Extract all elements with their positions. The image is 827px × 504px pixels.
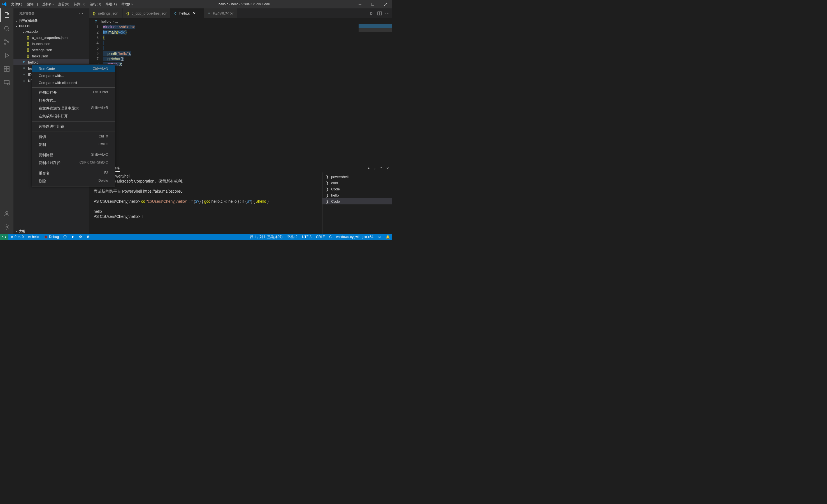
svg-point-3 (4, 40, 6, 41)
status-run[interactable] (61, 234, 69, 240)
context-menu-item[interactable]: Compare with clipboard (32, 79, 115, 86)
terminal-icon: ❯ (326, 199, 329, 204)
panel-close-icon[interactable]: ✕ (386, 166, 389, 170)
context-menu-item[interactable]: 复制相对路径Ctrl+K Ctrl+Shift+C (32, 159, 115, 167)
menu-edit[interactable]: 编辑(E) (25, 0, 40, 8)
editor-more-icon[interactable]: ··· (385, 11, 390, 15)
status-compiler[interactable]: windows-cygwin-gcc-x64 (334, 234, 376, 240)
status-cursor[interactable]: 行 1，列 1 (已选择97) (248, 234, 285, 240)
status-bell[interactable]: 🔔 (384, 234, 392, 240)
split-editor-icon[interactable] (377, 11, 382, 16)
terminal-item-code-2[interactable]: ❯Code (323, 198, 392, 204)
breadcrumb[interactable]: C hello.c › ... (89, 18, 392, 24)
file-tasks[interactable]: {}tasks.json (13, 53, 89, 59)
context-menu-item[interactable]: 剪切Ctrl+X (32, 133, 115, 141)
svg-rect-7 (4, 69, 6, 71)
panel: 调试控制台 终端 + ⌄ ⌃ ✕ Windows PowerShell 版权所有… (89, 164, 392, 234)
status-debug[interactable]: 🐞Debug (42, 234, 61, 240)
svg-rect-8 (7, 69, 9, 71)
tab-cpp-props[interactable]: {}c_cpp_properties.json (123, 8, 170, 18)
file-settings[interactable]: {}settings.json (13, 47, 89, 53)
status-lang[interactable]: C (327, 234, 334, 240)
minimize-button[interactable] (353, 0, 367, 8)
terminal-item-code-1[interactable]: ❯Code (323, 186, 392, 192)
menu-go[interactable]: 转到(G) (71, 0, 87, 8)
section-outline[interactable]: ›大纲 (13, 229, 89, 234)
svg-point-15 (63, 236, 66, 238)
terminal-item-cmd[interactable]: ❯cmd (323, 180, 392, 186)
close-button[interactable] (379, 0, 392, 8)
context-menu-item[interactable]: 删除Delete (32, 177, 115, 185)
terminal-item-hello[interactable]: ❯hello (323, 192, 392, 198)
panel-maximize-icon[interactable]: ⌃ (380, 166, 382, 170)
radio-tower-icon: ⊚ (28, 235, 31, 239)
svg-point-12 (6, 211, 8, 214)
context-menu-item[interactable]: Compare with... (32, 72, 115, 79)
code-editor[interactable]: 12345678 #include <stdio.h> int main(voi… (89, 24, 392, 164)
svg-point-11 (7, 83, 9, 85)
menu-terminal[interactable]: 终端(T) (103, 0, 119, 8)
tab-keynum[interactable]: ≡KEYNUM.txt (204, 8, 238, 18)
status-trash[interactable]: 🗑 (84, 234, 92, 240)
context-menu-item[interactable]: 复制路径Shift+Alt+C (32, 151, 115, 159)
menu-view[interactable]: 查看(V) (56, 0, 71, 8)
context-menu-separator (32, 132, 115, 132)
maximize-button[interactable] (367, 0, 379, 8)
status-eol[interactable]: CRLF (314, 234, 327, 240)
status-problems[interactable]: ⊗0⚠0 (8, 234, 26, 240)
context-menu-item[interactable]: 在集成终端中打开 (32, 112, 115, 120)
menu-selection[interactable]: 选择(S) (40, 0, 56, 8)
status-build-target[interactable]: ⊚hello (26, 234, 41, 240)
activity-scm[interactable] (0, 35, 13, 49)
activity-search[interactable] (0, 22, 13, 35)
run-icon[interactable] (370, 11, 374, 16)
menu-run[interactable]: 运行(R) (88, 0, 104, 8)
activity-settings[interactable] (0, 220, 13, 234)
close-tab-icon[interactable]: ✕ (192, 11, 197, 16)
terminal-icon: ❯ (326, 193, 329, 197)
section-project[interactable]: ⌄HELLO (13, 23, 89, 28)
context-menu-item[interactable]: 重命名F2 (32, 169, 115, 177)
status-remote[interactable] (0, 234, 8, 240)
status-feedback[interactable]: ☺ (376, 234, 384, 240)
status-play[interactable] (69, 234, 77, 240)
activity-remote[interactable] (0, 75, 13, 89)
status-encoding[interactable]: UTF-8 (300, 234, 314, 240)
context-menu-item[interactable]: 复制Ctrl+C (32, 141, 115, 149)
terminal-output[interactable]: Windows PowerShell 版权所有 (C) Microsoft Co… (89, 172, 322, 234)
terminal-list: ❯powershell ❯cmd ❯Code ❯hello ❯Code (322, 172, 392, 234)
tab-settings[interactable]: {}settings.json (89, 8, 123, 18)
status-indent[interactable]: 空格: 2 (285, 234, 300, 240)
sidebar-more-icon[interactable]: ··· (79, 12, 84, 15)
activity-debug[interactable] (0, 49, 13, 62)
minimap[interactable] (358, 24, 392, 164)
section-open-editors[interactable]: ›打开的编辑器 (13, 18, 89, 23)
terminal-item-powershell[interactable]: ❯powershell (323, 173, 392, 180)
new-terminal-icon[interactable]: + (368, 166, 370, 170)
activity-account[interactable] (0, 207, 13, 220)
menu-help[interactable]: 帮助(H) (119, 0, 135, 8)
svg-rect-6 (4, 66, 6, 68)
context-menu-item[interactable]: 在侧边打开Ctrl+Enter (32, 89, 115, 97)
menu-file[interactable]: 文件(F) (9, 0, 25, 8)
sidebar-title: 资源管理器 (19, 11, 35, 15)
terminal-icon: ❯ (326, 187, 329, 191)
context-menu-item[interactable]: Run CodeCtrl+Alt+N (32, 65, 115, 72)
file-launch[interactable]: {}launch.json (13, 41, 89, 47)
terminal-dropdown-icon[interactable]: ⌄ (374, 166, 376, 170)
terminal-icon: ❯ (326, 181, 329, 185)
context-menu-separator (32, 121, 115, 121)
status-gear[interactable]: ⚙ (77, 234, 84, 240)
vscode-logo-icon (2, 2, 7, 6)
terminal-icon: ❯ (326, 175, 329, 179)
menubar: 文件(F) 编辑(E) 选择(S) 查看(V) 转到(G) 运行(R) 终端(T… (9, 0, 135, 8)
activity-extensions[interactable] (0, 62, 13, 75)
context-menu-item[interactable]: 选择以进行比较 (32, 122, 115, 131)
folder-vscode[interactable]: ⌄.vscode (13, 28, 89, 35)
file-cpp-properties[interactable]: {}c_cpp_properties.json (13, 35, 89, 41)
tab-hello-c[interactable]: Chello.c✕ (170, 8, 204, 18)
context-menu-separator (32, 87, 115, 88)
context-menu-item[interactable]: 在文件资源管理器中显示Shift+Alt+R (32, 104, 115, 112)
activity-explorer[interactable] (0, 8, 13, 22)
context-menu-item[interactable]: 打开方式... (32, 97, 115, 104)
